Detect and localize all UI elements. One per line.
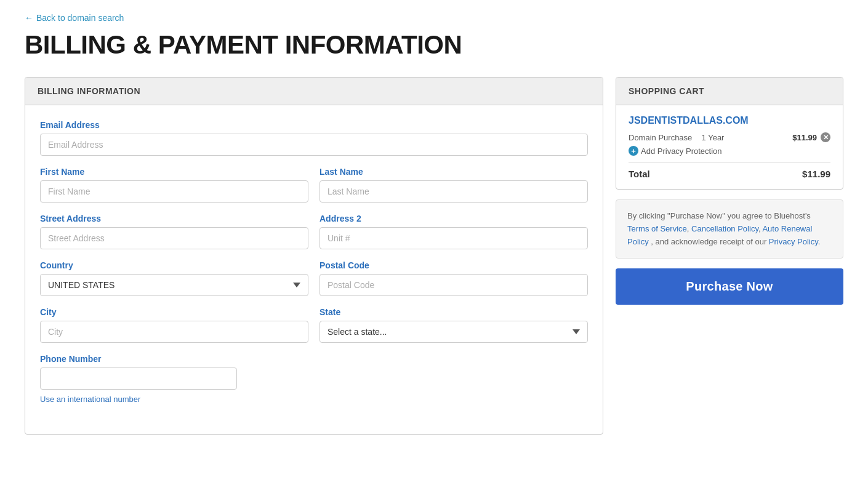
terms-panel: By clicking "Purchase Now" you agree to … bbox=[616, 199, 843, 259]
address2-input[interactable] bbox=[319, 227, 588, 249]
billing-panel: BILLING INFORMATION Email Address First … bbox=[25, 77, 603, 435]
street-col: Street Address bbox=[40, 214, 308, 249]
country-select[interactable]: UNITED STATES CANADA UNITED KINGDOM AUST… bbox=[40, 274, 308, 296]
state-col: State Select a state... Alabama Alaska A… bbox=[319, 307, 588, 343]
postal-col: Postal Code bbox=[319, 260, 588, 296]
cart-divider bbox=[629, 162, 830, 163]
right-panel: SHOPPING CART JSDENTISTDALLAS.COM Domain… bbox=[616, 77, 843, 305]
main-layout: BILLING INFORMATION Email Address First … bbox=[25, 77, 843, 435]
back-to-domain-search-link[interactable]: ← Back to domain search bbox=[25, 13, 124, 23]
email-field-group: Email Address bbox=[40, 120, 588, 156]
country-label: Country bbox=[40, 260, 308, 270]
cancellation-policy-link[interactable]: Cancellation Policy bbox=[691, 224, 758, 233]
total-label: Total bbox=[629, 169, 650, 179]
privacy-policy-link[interactable]: Privacy Policy bbox=[769, 237, 818, 246]
page-title: BILLING & PAYMENT INFORMATION bbox=[25, 30, 843, 60]
remove-item-icon[interactable]: ✕ bbox=[821, 132, 830, 142]
terms-suffix: , and acknowledge receipt of our bbox=[651, 237, 766, 246]
privacy-row: + Add Privacy Protection bbox=[629, 146, 830, 156]
postal-input[interactable] bbox=[319, 274, 588, 296]
cart-domain: JSDENTISTDALLAS.COM bbox=[629, 115, 830, 126]
city-input[interactable] bbox=[40, 321, 308, 343]
street-input[interactable] bbox=[40, 227, 308, 249]
first-name-col: First Name bbox=[40, 167, 308, 203]
state-select[interactable]: Select a state... Alabama Alaska Arizona… bbox=[319, 321, 588, 343]
city-label: City bbox=[40, 307, 308, 317]
phone-input[interactable] bbox=[40, 367, 237, 390]
address2-col: Address 2 bbox=[319, 214, 588, 249]
cart-item-price: $11.99 ✕ bbox=[792, 132, 830, 142]
cart-header: SHOPPING CART bbox=[616, 78, 843, 105]
add-privacy-icon[interactable]: + bbox=[629, 146, 638, 156]
country-postal-row: Country UNITED STATES CANADA UNITED KING… bbox=[40, 260, 588, 296]
city-state-row: City State Select a state... Alabama Ala… bbox=[40, 307, 588, 343]
total-price: $11.99 bbox=[802, 169, 830, 179]
city-col: City bbox=[40, 307, 308, 343]
postal-label: Postal Code bbox=[319, 260, 588, 270]
address-row: Street Address Address 2 bbox=[40, 214, 588, 249]
purchase-now-button[interactable]: Purchase Now bbox=[616, 268, 843, 305]
email-label: Email Address bbox=[40, 120, 588, 130]
first-name-label: First Name bbox=[40, 167, 308, 177]
cart-item-description: Domain Purchase 1 Year bbox=[629, 133, 724, 142]
international-number-link[interactable]: Use an international number bbox=[40, 395, 140, 404]
cart-item-row: Domain Purchase 1 Year $11.99 ✕ bbox=[629, 132, 830, 142]
country-col: Country UNITED STATES CANADA UNITED KING… bbox=[40, 260, 308, 296]
email-input[interactable] bbox=[40, 134, 588, 156]
last-name-col: Last Name bbox=[319, 167, 588, 203]
last-name-label: Last Name bbox=[319, 167, 588, 177]
cart-body: JSDENTISTDALLAS.COM Domain Purchase 1 Ye… bbox=[616, 105, 843, 189]
first-name-input[interactable] bbox=[40, 180, 308, 203]
billing-panel-body: Email Address First Name Last Name Stree… bbox=[25, 105, 603, 434]
phone-field-group: Phone Number Use an international number bbox=[40, 354, 588, 404]
cart-panel: SHOPPING CART JSDENTISTDALLAS.COM Domain… bbox=[616, 77, 843, 190]
arrow-icon: ← bbox=[25, 13, 33, 23]
state-label: State bbox=[319, 307, 588, 317]
phone-label: Phone Number bbox=[40, 354, 588, 364]
cart-total-row: Total $11.99 bbox=[629, 169, 830, 179]
terms-prefix: By clicking "Purchase Now" you agree to … bbox=[627, 211, 811, 220]
street-label: Street Address bbox=[40, 214, 308, 223]
terms-of-service-link[interactable]: Terms of Service bbox=[627, 224, 687, 233]
address2-label: Address 2 bbox=[319, 214, 588, 223]
billing-panel-header: BILLING INFORMATION bbox=[25, 78, 603, 105]
privacy-label: Add Privacy Protection bbox=[641, 147, 722, 156]
last-name-input[interactable] bbox=[319, 180, 588, 203]
name-row: First Name Last Name bbox=[40, 167, 588, 203]
